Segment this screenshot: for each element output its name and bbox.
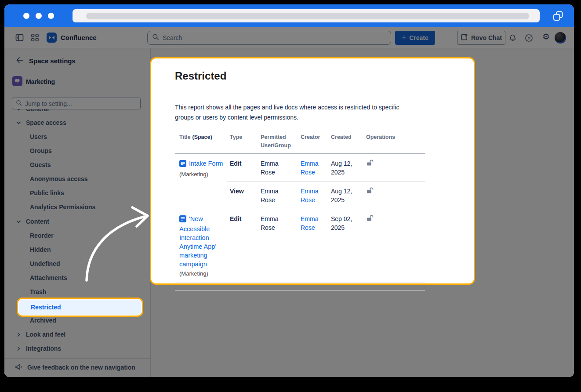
space-note: (Marketing) [179,269,223,278]
table-header-row: Title(Space) Type Permitted User/Group C… [175,132,425,153]
table-row: Intake Form (Marketing) Edit Emma Rose E… [175,153,425,181]
page-icon [179,215,186,225]
creator-link[interactable]: Emma Rose [301,188,318,203]
column-header-operations: Operations [363,132,425,153]
restricted-report-panel: Restricted This report shows all the pag… [150,57,475,285]
column-header-space-text: (Space) [192,134,212,140]
column-header-type: Type [227,132,258,153]
operations-cell [363,181,425,209]
column-header-permitted: Permitted User/Group [258,132,298,153]
browser-window: Confluence + Create Rovo Chat ? ⚙ [4,4,574,377]
page-icon [179,160,186,169]
creator-link[interactable]: Emma Rose [301,215,318,231]
page-title: Restricted [175,69,474,83]
window-zoom-button[interactable] [48,13,54,19]
created-cell: Aug 12, 2025 [328,181,363,209]
unlock-icon[interactable] [366,161,374,168]
column-header-title: Title(Space) [175,132,227,153]
created-cell: Sep 02, 2025 [328,209,363,283]
type-cell: Edit [227,209,258,283]
column-header-creator: Creator [298,132,328,153]
browser-titlebar [4,4,574,27]
creator-link[interactable]: Emma Rose [301,160,318,176]
unlock-icon[interactable] [366,216,374,223]
permitted-cell: Emma Rose [258,209,298,283]
table-row: 'New Accessible Interaction Anytime App'… [175,209,425,283]
operations-cell [363,209,425,283]
window-minimize-button[interactable] [36,13,42,19]
creator-cell: Emma Rose [298,153,328,181]
report-description: This report shows all the pages and live… [175,102,414,123]
page-link[interactable]: Intake Form [189,160,223,167]
operations-cell [363,153,425,181]
copy-tabs-icon[interactable] [552,10,564,24]
column-header-created: Created [328,132,363,153]
url-placeholder-pill [86,13,529,19]
table-end-divider [175,290,425,290]
sidebar-item-restricted-selected[interactable]: Restricted [17,298,143,317]
created-cell: Aug 12, 2025 [328,153,363,181]
permitted-cell: Emma Rose [258,153,298,181]
permitted-cell: Emma Rose [258,181,298,209]
restricted-pages-table: Title(Space) Type Permitted User/Group C… [175,132,425,283]
window-close-button[interactable] [23,13,29,19]
space-note: (Marketing) [179,170,223,179]
type-cell: View [227,181,258,209]
unlock-icon[interactable] [366,189,374,196]
column-header-title-text: Title [179,134,190,140]
title-cell: Intake Form (Marketing) [175,153,227,209]
creator-cell: Emma Rose [298,209,328,283]
creator-cell: Emma Rose [298,181,328,209]
address-bar[interactable] [73,9,540,22]
type-cell: Edit [227,153,258,181]
title-cell: 'New Accessible Interaction Anytime App'… [175,209,227,283]
